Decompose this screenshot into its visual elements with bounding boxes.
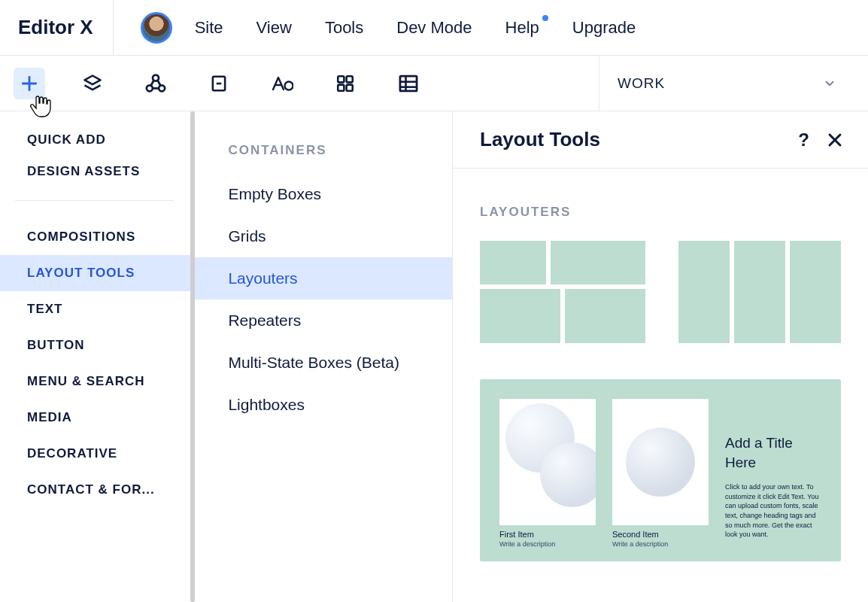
menu-upgrade[interactable]: Upgrade — [572, 18, 636, 38]
svg-rect-10 — [400, 76, 417, 91]
menu-site[interactable]: Site — [195, 18, 223, 38]
brand-logo: Editor X — [18, 0, 114, 55]
cat-button[interactable]: BUTTON — [0, 327, 195, 363]
master-icon[interactable] — [140, 68, 171, 99]
thumb-2 — [612, 399, 709, 525]
cat-media[interactable]: MEDIA — [0, 400, 195, 436]
quick-add[interactable]: QUICK ADD — [0, 132, 195, 164]
svg-rect-8 — [338, 84, 344, 90]
close-icon[interactable] — [826, 131, 844, 149]
svg-rect-9 — [347, 84, 353, 90]
item-repeaters[interactable]: Repeaters — [195, 299, 452, 342]
toolbar: WORK — [0, 56, 868, 111]
cursor-hand-icon — [29, 92, 54, 123]
notify-dot-icon — [542, 15, 548, 21]
divider — [15, 200, 174, 201]
svg-point-2 — [159, 85, 165, 91]
svg-point-1 — [147, 85, 153, 91]
item1-title: First Item — [499, 530, 596, 539]
svg-rect-7 — [347, 76, 353, 82]
item-layouters[interactable]: Layouters — [195, 257, 452, 299]
item-multistate[interactable]: Multi-State Boxes (Beta) — [195, 342, 452, 384]
layout-preset-1[interactable] — [480, 241, 645, 348]
item-lightboxes[interactable]: Lightboxes — [195, 384, 452, 426]
cat-layout-tools[interactable]: LAYOUT TOOLS — [0, 255, 195, 291]
menu-help-label: Help — [505, 18, 539, 37]
menu-dev-mode[interactable]: Dev Mode — [396, 18, 472, 38]
item1-desc: Write a description — [499, 540, 596, 548]
brand-text: Editor X — [18, 16, 93, 39]
cat-text[interactable]: TEXT — [0, 291, 195, 327]
container-list: CONTAINERS Empty Boxes Grids Layouters R… — [195, 111, 453, 602]
cat-decorative[interactable]: DECORATIVE — [0, 436, 195, 472]
svg-point-0 — [153, 74, 159, 81]
top-menu: Site View Tools Dev Mode Help Upgrade — [195, 18, 636, 38]
thumb-1 — [499, 399, 596, 525]
page-dropdown[interactable]: WORK — [599, 56, 854, 111]
svg-point-5 — [285, 81, 293, 90]
item2-title: Second Item — [612, 530, 709, 539]
menu-help[interactable]: Help — [505, 18, 539, 38]
item2-desc: Write a description — [612, 540, 709, 548]
help-icon[interactable]: ? — [798, 129, 809, 150]
chevron-down-icon — [823, 77, 836, 90]
cat-compositions[interactable]: COMPOSITIONS — [0, 219, 195, 255]
avatar[interactable] — [141, 12, 172, 44]
scrollbar[interactable] — [190, 111, 195, 602]
category-sidebar: QUICK ADD DESIGN ASSETS COMPOSITIONS LAY… — [0, 111, 195, 602]
containers-header: CONTAINERS — [195, 143, 452, 173]
layout-preset-2[interactable] — [678, 241, 841, 348]
data-icon[interactable] — [393, 68, 424, 99]
page-icon[interactable] — [203, 68, 235, 99]
design-assets[interactable]: DESIGN ASSETS — [0, 164, 195, 196]
sample-paragraph: Click to add your own text. To customize… — [725, 482, 821, 540]
panel-title: Layout Tools — [480, 128, 600, 151]
menu-view[interactable]: View — [256, 18, 292, 38]
preview-panel: Layout Tools ? LAYOUTERS — [453, 111, 868, 602]
theme-icon[interactable] — [266, 68, 298, 99]
cat-menu-search[interactable]: MENU & SEARCH — [0, 363, 195, 400]
item-empty-boxes[interactable]: Empty Boxes — [195, 173, 452, 215]
layouters-header: LAYOUTERS — [480, 205, 841, 220]
menu-tools[interactable]: Tools — [325, 18, 363, 38]
add-title-1: Add a Title — [725, 433, 821, 453]
cat-contact-forms[interactable]: CONTACT & FOR... — [0, 472, 195, 508]
svg-rect-6 — [338, 76, 344, 82]
page-dropdown-label: WORK — [618, 75, 665, 92]
layers-icon[interactable] — [77, 68, 108, 99]
layout-preset-3[interactable]: First Item Write a description Second It… — [480, 379, 841, 561]
top-bar: Editor X Site View Tools Dev Mode Help U… — [0, 0, 868, 56]
item-grids[interactable]: Grids — [195, 215, 452, 257]
apps-icon[interactable] — [329, 68, 361, 99]
add-title-2: Here — [725, 453, 821, 473]
